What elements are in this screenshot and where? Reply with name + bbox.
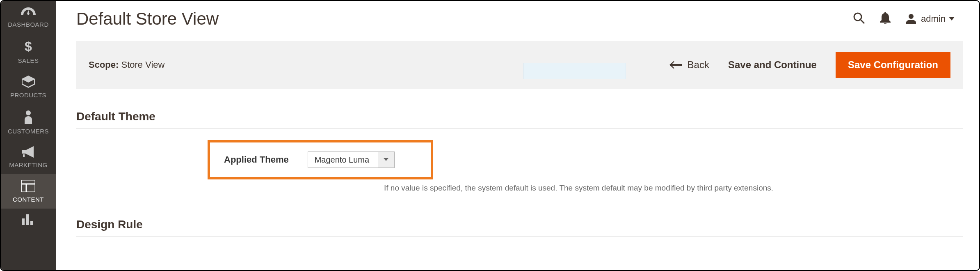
section-divider (76, 128, 963, 129)
sidebar-item-label: DASHBOARD (1, 21, 56, 28)
applied-theme-label: Applied Theme (224, 154, 289, 165)
sidebar-item-label: CONTENT (1, 196, 56, 203)
admin-sidebar: DASHBOARD $ SALES PRODUCTS CUSTOMERS MAR… (1, 1, 56, 270)
svg-point-8 (854, 13, 861, 21)
svg-rect-2 (21, 180, 35, 192)
sidebar-item-label: SALES (1, 57, 56, 64)
sidebar-item-customers[interactable]: CUSTOMERS (1, 104, 56, 140)
page-actions: Back Save and Continue Save Configuratio… (669, 52, 950, 78)
sidebar-item-marketing[interactable]: MARKETING (1, 140, 56, 174)
chevron-down-icon (378, 152, 394, 168)
applied-theme-row: Applied Theme Magento Luma (76, 140, 963, 179)
svg-rect-7 (30, 221, 33, 225)
layout-icon (1, 180, 56, 193)
svg-rect-6 (26, 214, 29, 225)
sidebar-item-label: CUSTOMERS (1, 128, 56, 135)
sidebar-item-label: MARKETING (1, 161, 56, 168)
svg-text:$: $ (25, 39, 32, 53)
applied-theme-select-value: Magento Luma (308, 155, 378, 165)
scope-label: Scope: (89, 60, 119, 70)
svg-rect-5 (22, 218, 25, 225)
save-configuration-button[interactable]: Save Configuration (836, 52, 950, 78)
svg-line-9 (861, 20, 864, 23)
dollar-icon: $ (1, 39, 56, 55)
page-title: Default Store View (76, 9, 219, 29)
bell-icon[interactable] (880, 12, 891, 26)
back-button[interactable]: Back (669, 59, 709, 71)
chevron-down-icon (949, 17, 955, 21)
bullhorn-icon (1, 146, 56, 159)
admin-account-label: admin (921, 14, 946, 24)
applied-theme-highlight: Applied Theme Magento Luma (208, 140, 433, 179)
applied-theme-select[interactable]: Magento Luma (308, 152, 395, 168)
reports-icon (1, 214, 56, 226)
person-icon (1, 110, 56, 125)
admin-account-menu[interactable]: admin (905, 13, 955, 25)
save-and-continue-button[interactable]: Save and Continue (728, 59, 817, 71)
search-icon[interactable] (853, 12, 865, 26)
sidebar-item-reports[interactable] (1, 209, 56, 234)
scope-indicator: Scope: Store View (89, 60, 164, 70)
scope-value: Store View (121, 60, 164, 70)
section-title-design-rule: Design Rule (76, 193, 963, 236)
section-title-default-theme: Default Theme (76, 89, 963, 128)
applied-theme-help-text: If no value is specified, the system def… (384, 179, 963, 193)
section-divider (76, 236, 963, 237)
sidebar-item-content[interactable]: CONTENT (1, 174, 56, 209)
arrow-left-icon (669, 61, 682, 69)
sidebar-item-products[interactable]: PRODUCTS (1, 70, 56, 104)
svg-point-1 (26, 110, 31, 115)
action-bar: Scope: Store View Back Save and Continue… (76, 41, 963, 89)
sidebar-item-dashboard[interactable]: DASHBOARD (1, 1, 56, 34)
header-tools: admin (853, 12, 963, 26)
page-header: Default Store View admin (76, 1, 963, 41)
main-content: Default Store View admin Scope: Store V (56, 1, 979, 270)
sidebar-item-sales[interactable]: $ SALES (1, 34, 56, 70)
box-icon (1, 76, 56, 89)
gauge-icon (1, 7, 56, 18)
sidebar-item-label: PRODUCTS (1, 92, 56, 99)
back-button-label: Back (688, 59, 709, 71)
